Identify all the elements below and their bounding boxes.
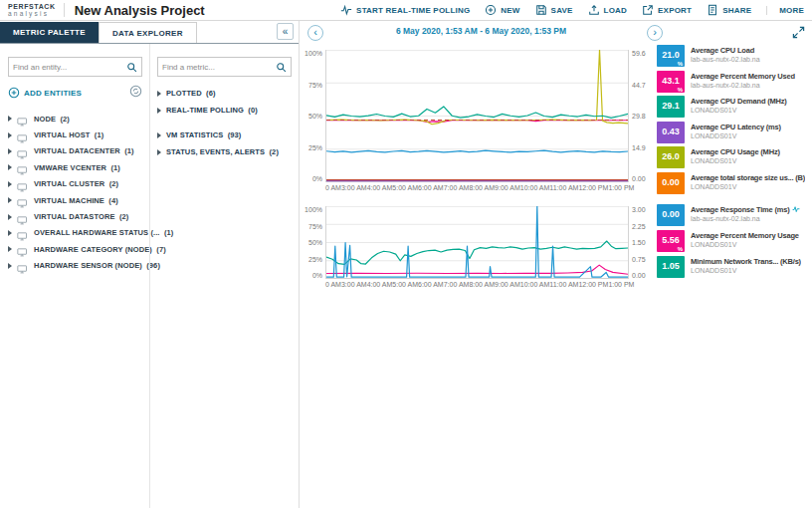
expander-caret-icon[interactable] [8,214,12,220]
entity-item-overall-hardware-status[interactable]: OVERALL HARDWARE STATUS (... (1) [8,225,142,241]
entity-item-virtual-cluster[interactable]: VIRTUAL CLUSTER (2) [8,176,142,192]
metric-name: Average CPU Load [691,46,760,55]
time-range-label[interactable]: 6 May 2020, 1:53 AM - 6 May 2020, 1:53 P… [325,26,637,36]
chart-2-left-axis: 100%75%50%25%0% [300,206,325,279]
x-tick-label: 3:00 AM [341,281,367,291]
legend-item-average-cpu-demand-mhz[interactable]: 29.1Average CPU Demand (MHz)LONADDS01V [657,96,812,120]
metric-search-input[interactable] [162,63,276,72]
entity-item-vmware-vcenter[interactable]: VMWARE VCENTER (1) [8,159,142,175]
metric-group-label: PLOTTED (6) [166,89,216,98]
page-title: New Analysis Project [75,3,205,18]
expander-caret-icon[interactable] [8,230,12,236]
expander-caret-icon[interactable] [8,116,12,122]
add-entities-button[interactable]: ADD ENTITIES [8,87,82,99]
legend-item-average-response-time-ms[interactable]: 0.00Average Response Time (ms)lab-aus-nu… [657,204,812,229]
x-tick-label: 4:00 AM [367,184,393,194]
legend-item-average-percent-memory-used[interactable]: 43.1%Average Percent Memory Usedlab-aus-… [657,71,812,95]
legend-item-minimum-network-trans-kb-s[interactable]: 1.05Minimum Network Trans... (KB/s)LONAD… [657,256,812,281]
expander-caret-icon[interactable] [157,149,161,155]
entity-tree: NODE (2)VIRTUAL HOST (1)VIRTUAL DATACENT… [8,111,142,274]
search-icon[interactable] [126,62,137,73]
y-tick-label: 3.00 [632,206,646,213]
share-button[interactable]: SHARE [707,4,751,16]
metric-value-badge: 0.00 [657,204,685,226]
y-tick-label: 14.9 [632,144,646,151]
entity-item-node[interactable]: NODE (2) [8,111,142,127]
x-tick-label: 11:00 AM [549,184,578,194]
time-range-next-button[interactable]: › [647,25,663,41]
export-button[interactable]: EXPORT [642,4,692,16]
tab-metric-palette[interactable]: METRIC PALETTE [0,22,99,43]
legend-item-average-percent-memory-usage[interactable]: 5.56%Average Percent Memory UsageLONADDS… [657,230,812,255]
chart-2-svg [326,206,628,279]
metric-name: Average Percent Memory Used [691,72,795,81]
collapse-panel-button[interactable]: « [277,23,294,40]
chart-1-left-axis: 100%75%50%25%0% [300,50,325,182]
save-icon [535,4,547,16]
metric-entity: LONADDS01V [691,157,780,164]
y-tick-label: 75% [308,82,322,89]
search-icon[interactable] [276,62,287,73]
expand-icon[interactable] [792,25,806,39]
entity-item-virtual-machine[interactable]: VIRTUAL MACHINE (4) [8,192,142,208]
metric-group-real-time-polling[interactable]: REAL-TIME POLLING (0) [157,102,292,119]
legend-item-average-cpu-load[interactable]: 21.0%Average CPU Loadlab-aus-nutx-02.lab… [657,45,812,69]
entity-column: ADD ENTITIES NODE (2)VIRTUAL HOST (1)VIR… [8,44,142,274]
x-tick-label: 8:00 AM [469,281,495,291]
entity-label: NODE (2) [34,115,70,124]
y-tick-label: 25% [308,144,322,151]
metric-entity: lab-aus-nutx-02.lab.na [691,82,795,89]
virtual-machine-icon [17,195,29,205]
tab-data-explorer[interactable]: DATA EXPLORER [99,22,197,43]
entity-search-input[interactable] [13,63,126,72]
entity-item-virtual-host[interactable]: VIRTUAL HOST (1) [8,127,142,142]
metric-entity: LONADDS01V [691,107,787,114]
top-bar: PERFSTACK analysis New Analysis Project … [0,0,812,21]
y-tick-label: 0% [312,272,322,279]
expander-caret-icon[interactable] [8,197,12,203]
metric-current-value: 21.0 [662,50,680,60]
refresh-entities-icon[interactable] [129,84,142,102]
expander-caret-icon[interactable] [157,108,161,114]
x-tick-label: 1:00 PM [608,281,634,291]
export-icon [642,4,654,16]
chart-2-plot[interactable] [325,206,629,279]
metric-group-plotted[interactable]: PLOTTED (6) [157,85,292,102]
save-button[interactable]: SAVE [535,4,573,16]
expander-caret-icon[interactable] [8,263,12,269]
load-button[interactable]: LOAD [588,4,627,16]
entity-item-hardware-sensor-node[interactable]: HARDWARE SENSOR (NODE) (96) [8,258,142,274]
metric-name: Minimum Network Trans... (KB/s) [691,257,801,266]
expander-caret-icon[interactable] [8,246,12,252]
entity-item-hardware-category-node[interactable]: HARDWARE CATEGORY (NODE) (7) [8,241,142,257]
node-icon [17,114,29,124]
expander-caret-icon[interactable] [157,91,161,97]
legend-item-average-cpu-latency-ms[interactable]: 0.43Average CPU Latency (ms)LONADDS01V [657,122,812,145]
legend-item-average-total-storage-size-us-b[interactable]: 0.00Average total storage size us... (B)… [657,172,812,196]
expander-caret-icon[interactable] [8,181,12,187]
start-real-time-polling-button[interactable]: START REAL-TIME POLLING [340,4,470,16]
metric-group-status-events-alerts[interactable]: STATUS, EVENTS, ALERTS (2) [157,143,292,160]
time-range-prev-button[interactable]: ‹ [307,25,323,41]
expander-caret-icon[interactable] [8,132,12,138]
chart-1: 100%75%50%25%0% 59.644.729.814.90.00 0 A… [300,50,655,194]
expander-caret-icon[interactable] [8,148,12,154]
entity-item-virtual-datastore[interactable]: VIRTUAL DATASTORE (2) [8,208,142,224]
entity-label: HARDWARE SENSOR (NODE) (96) [34,261,160,270]
entity-item-virtual-datacenter[interactable]: VIRTUAL DATACENTER (1) [8,143,142,159]
metric-group-vm-statistics[interactable]: VM STATISTICS (93) [157,127,292,143]
y-tick-label: 2.25 [632,223,646,230]
overall-hardware-status-icon [17,228,29,238]
y-tick-label: 0% [312,175,322,182]
metric-current-value: 0.00 [662,209,680,219]
expander-caret-icon[interactable] [157,132,161,138]
x-tick-label: 4:00 AM [367,281,393,291]
more-button[interactable]: MORE [766,6,804,15]
expander-caret-icon[interactable] [8,164,12,170]
y-tick-label: 25% [308,256,322,263]
chart-1-plot[interactable] [325,50,629,182]
entity-label: VMWARE VCENTER (1) [34,163,120,172]
new-button[interactable]: NEW [485,4,519,16]
metric-text: Average CPU Loadlab-aus-nutx-02.lab.na [691,45,760,69]
legend-item-average-cpu-usage-mhz[interactable]: 26.0Average CPU Usage (MHz)LONADDS01V [657,146,812,170]
